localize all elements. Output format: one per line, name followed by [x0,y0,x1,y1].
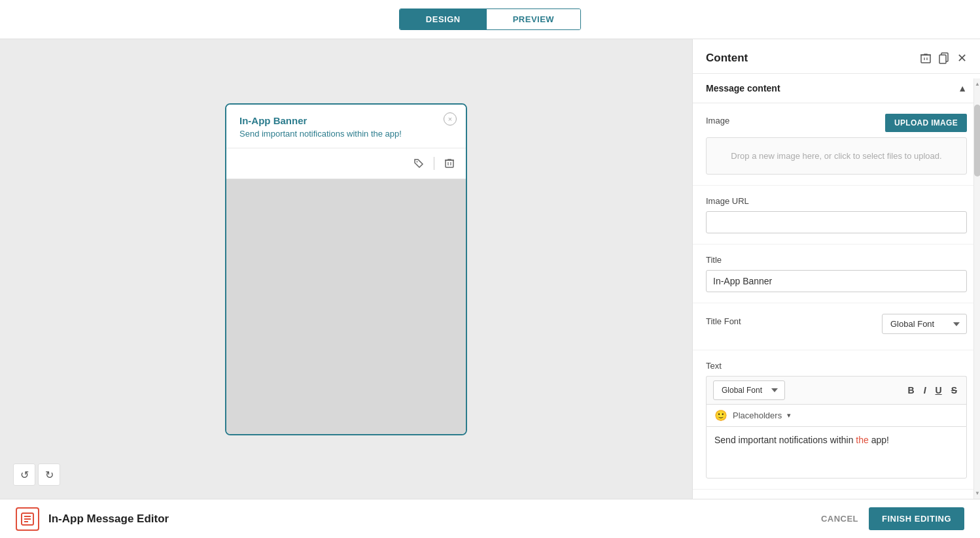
placeholders-label: Placeholders [733,411,782,420]
tag-button[interactable] [409,154,429,173]
text-field-group: Text Global Font B I U S 🙂 Pla [693,350,980,490]
image-label: Image [706,116,729,126]
scroll-down-icon[interactable]: ▼ [975,490,980,496]
main-area: In-App Banner Send important notificatio… [0,39,980,499]
canvas-area: In-App Banner Send important notificatio… [0,39,692,499]
editor-logo [16,507,39,531]
banner-preview: In-App Banner Send important notificatio… [225,103,467,435]
panel-close-button[interactable]: ✕ [957,51,967,65]
top-nav: DESIGN PREVIEW [0,0,980,39]
scrollbar-track: ▲ ▼ [973,78,980,499]
panel-header: Content ✕ [693,39,980,74]
banner-body [226,179,466,434]
panel-title: Content [706,52,748,65]
italic-button[interactable]: I [921,384,929,397]
panel-close-icon: ✕ [957,51,967,65]
bottom-bar: In-App Message Editor CANCEL FINISH EDIT… [0,499,980,538]
panel-content: Message content ▲ Image UPLOAD IMAGE Dro… [693,74,980,499]
finish-editing-button[interactable]: FINISH EDITING [869,507,964,530]
svg-rect-4 [939,55,946,63]
title-field-group: Title [693,244,980,303]
text-editor[interactable]: Send important notifications within the … [706,426,967,479]
scrollbar-thumb[interactable] [974,105,980,177]
panel-delete-button[interactable] [920,52,931,64]
emoji-icon: 🙂 [714,409,727,422]
section-title: Message content [706,83,780,93]
placeholders-chevron-icon: ▾ [787,411,791,420]
logo-icon [20,512,35,526]
svg-rect-2 [921,55,930,63]
panel-header-actions: ✕ [920,51,967,65]
image-field-group: Image UPLOAD IMAGE Drop a new image here… [693,103,980,186]
close-x-icon: × [448,115,452,123]
tab-group: DESIGN PREVIEW [399,8,581,30]
title-font-row: Title Font Global Font [706,314,967,334]
text-font-select[interactable]: Global Font [713,380,785,400]
right-panel: Content ✕ [692,39,980,499]
title-field-label: Title [706,255,967,265]
text-highlight: the [856,435,868,445]
text-after: app! [869,435,889,445]
svg-point-0 [417,161,418,162]
drop-zone-text: Drop a new image here, or click to selec… [731,151,941,161]
upload-image-button[interactable]: UPLOAD IMAGE [885,114,967,132]
banner-title: In-App Banner [239,115,453,126]
title-font-select[interactable]: Global Font [882,314,967,334]
text-format-buttons: B I U S [905,384,960,397]
image-field-row: Image UPLOAD IMAGE [706,114,967,132]
banner-subtitle: Send important notifications within the … [239,129,453,139]
placeholder-bar[interactable]: 🙂 Placeholders ▾ [706,404,967,426]
banner-close-button[interactable]: × [444,112,457,126]
cancel-button[interactable]: CANCEL [821,514,858,524]
section-chevron-icon: ▲ [958,83,967,93]
undo-button[interactable]: ↺ [13,463,35,486]
underline-button[interactable]: U [933,384,945,397]
bold-button[interactable]: B [905,384,917,397]
svg-rect-1 [446,160,453,167]
text-toolbar: Global Font B I U S [706,376,967,404]
design-tab[interactable]: DESIGN [400,9,487,29]
image-url-input[interactable] [706,211,967,233]
preview-tab[interactable]: PREVIEW [487,9,580,29]
trash-icon [445,158,454,169]
panel-copy-button[interactable] [939,52,949,64]
panel-copy-icon [939,52,949,64]
canvas-controls: ↺ ↻ [13,463,60,486]
title-font-label: Title Font [706,316,741,326]
redo-button[interactable]: ↻ [38,463,60,486]
banner-header: In-App Banner Send important notificatio… [226,105,466,148]
undo-icon: ↺ [20,469,29,481]
text-before: Send important notifications within [714,435,856,445]
editor-title: In-App Message Editor [48,513,169,526]
toolbar-divider [434,157,434,170]
bottom-actions: CANCEL FINISH EDITING [821,507,964,530]
image-url-field-group: Image URL [693,186,980,244]
panel-trash-icon [920,52,931,64]
text-field-label: Text [706,361,967,371]
image-url-label: Image URL [706,196,967,206]
title-font-field-group: Title Font Global Font [693,303,980,350]
drop-zone[interactable]: Drop a new image here, or click to selec… [706,137,967,175]
delete-button[interactable] [440,154,459,173]
banner-toolbar [226,148,466,179]
redo-icon: ↻ [45,469,54,481]
tag-icon [413,158,424,169]
title-input[interactable] [706,270,967,292]
section-header[interactable]: Message content ▲ [693,74,980,103]
strikethrough-button[interactable]: S [949,384,960,397]
scroll-up-icon[interactable]: ▲ [975,81,980,87]
